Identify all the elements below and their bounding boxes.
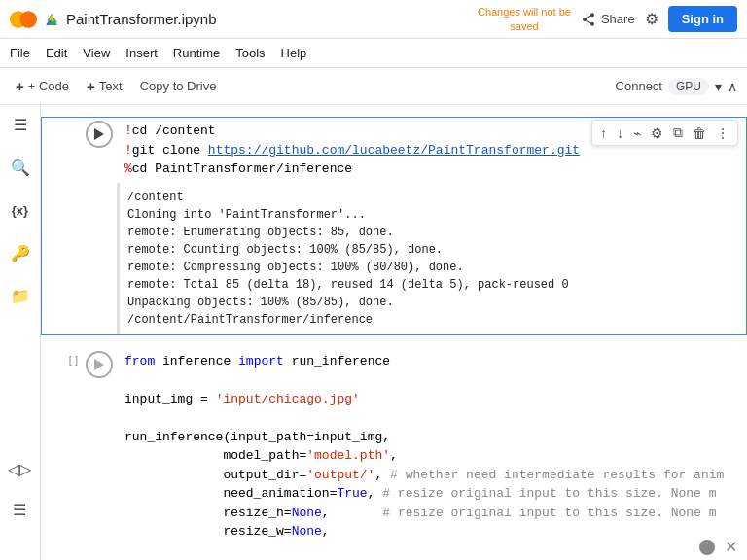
share-label: Share xyxy=(601,12,635,26)
cell-1-toolbar: ↑ ↓ ⌁ ⚙ ⧉ 🗑 ⋮ xyxy=(591,120,738,146)
drive-icon xyxy=(43,11,60,28)
sidebar-menu-icon[interactable]: ☰ xyxy=(9,113,32,136)
sidebar-variables-icon[interactable]: {x} xyxy=(9,198,32,222)
delete-cell-button[interactable]: 🗑 xyxy=(689,123,710,143)
close-button[interactable]: ✕ xyxy=(725,538,737,556)
settings-button[interactable]: ⚙ xyxy=(645,10,658,28)
svg-point-1 xyxy=(20,11,38,28)
menu-edit[interactable]: Edit xyxy=(46,46,67,60)
menu-tools[interactable]: Tools xyxy=(235,46,265,60)
menu-view[interactable]: View xyxy=(83,46,110,60)
cell-1: ↑ ↓ ⌁ ⚙ ⧉ 🗑 ⋮ !cd /content !git clone ht… xyxy=(41,117,747,335)
menu-help[interactable]: Help xyxy=(281,46,307,60)
menu-file[interactable]: File xyxy=(10,46,30,60)
move-down-button[interactable]: ↓ xyxy=(613,123,627,143)
signin-button[interactable]: Sign in xyxy=(668,6,737,32)
main-content: ☰ 🔍 {x} 🔑 📁 ↑ ↓ ⌁ ⚙ ⧉ 🗑 ⋮ xyxy=(0,105,747,560)
share-icon xyxy=(581,12,596,27)
menu-runtime[interactable]: Runtime xyxy=(173,46,220,60)
top-bar: PaintTransformer.ipynb Changes will not … xyxy=(0,0,747,39)
cell-2-code: from inference import run_inference inpu… xyxy=(124,352,738,542)
more-cell-button[interactable]: ⋮ xyxy=(712,123,733,143)
notebook-title: PaintTransformer.ipynb xyxy=(66,11,217,27)
add-code-label: + Code xyxy=(28,79,69,93)
terminal-icon[interactable]: ☰ xyxy=(8,498,31,521)
copy-to-drive-label: Copy to Drive xyxy=(140,79,217,93)
cell-2-content[interactable]: from inference import run_inference inpu… xyxy=(117,348,746,545)
connect-chevron-button[interactable]: ▾ xyxy=(715,79,722,94)
copy-cell-button[interactable]: ⧉ xyxy=(669,122,687,143)
status-circle[interactable] xyxy=(699,540,715,555)
connect-area: Connect GPU ▾ ∧ xyxy=(616,78,737,95)
code-nav-icon[interactable]: ◁▷ xyxy=(8,457,31,480)
share-button[interactable]: Share xyxy=(581,12,635,27)
cell-1-number xyxy=(42,118,86,123)
collapse-button[interactable]: ∧ xyxy=(728,79,737,94)
bottom-bar: ✕ xyxy=(690,534,747,560)
play-icon-2 xyxy=(94,359,104,370)
copy-to-drive-button[interactable]: Copy to Drive xyxy=(134,75,223,97)
cell-2-number: [ ] xyxy=(42,348,86,366)
top-right-actions: Changes will not besaved Share ⚙ Sign in xyxy=(478,5,737,33)
connect-label: Connect xyxy=(616,79,662,93)
run-cell-2-button[interactable] xyxy=(86,351,113,378)
play-icon xyxy=(94,128,104,140)
sidebar-files-icon[interactable]: 📁 xyxy=(9,284,32,307)
add-text-button[interactable]: + Text xyxy=(81,74,128,98)
sidebar-search-icon[interactable]: 🔍 xyxy=(9,156,32,179)
link-cell-button[interactable]: ⌁ xyxy=(629,123,645,143)
plus-text-icon: + xyxy=(87,78,95,94)
move-up-button[interactable]: ↑ xyxy=(596,123,611,143)
cell-1-output: /content Cloning into 'PaintTransformer'… xyxy=(117,183,746,334)
cell-settings-button[interactable]: ⚙ xyxy=(647,123,667,143)
left-bottom-nav: ◁▷ ☰ xyxy=(8,457,31,521)
menu-bar: File Edit View Insert Runtime Tools Help xyxy=(0,39,747,68)
add-text-label: Text xyxy=(99,79,123,93)
notebook-area: ↑ ↓ ⌁ ⚙ ⧉ 🗑 ⋮ !cd /content !git clone ht… xyxy=(41,105,747,560)
plus-code-icon: + xyxy=(16,78,24,94)
toolbar: + + Code + Text Copy to Drive Connect GP… xyxy=(0,68,747,105)
run-cell-1-button[interactable] xyxy=(86,121,113,148)
sidebar-secrets-icon[interactable]: 🔑 xyxy=(9,241,32,264)
cell-2: [ ] from inference import run_inference … xyxy=(41,347,747,546)
cell-2-row: [ ] from inference import run_inference … xyxy=(42,348,746,545)
colab-logo xyxy=(10,6,37,33)
add-code-button[interactable]: + + Code xyxy=(10,74,75,98)
changes-note: Changes will not besaved xyxy=(478,5,571,33)
gpu-badge: GPU xyxy=(668,78,709,95)
menu-insert[interactable]: Insert xyxy=(125,46,158,60)
